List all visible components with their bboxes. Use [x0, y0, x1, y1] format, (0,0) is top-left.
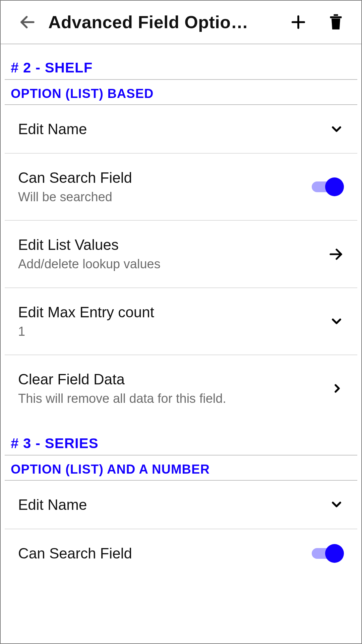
switch-thumb	[325, 177, 344, 196]
row-subtitle: Will be searched	[18, 189, 304, 205]
row-title: Edit Name	[18, 495, 306, 514]
arrow-right-icon	[328, 246, 344, 262]
app-bar: Advanced Field Optio…	[1, 1, 361, 44]
row-can-search-field[interactable]: Can Search Field Will be searched	[5, 154, 357, 221]
page-title: Advanced Field Optio…	[46, 12, 282, 32]
row-title: Edit Max Entry count	[18, 303, 306, 321]
row-edit-max-entry-count[interactable]: Edit Max Entry count 1	[5, 288, 357, 355]
row-title: Edit Name	[18, 120, 306, 138]
row-title: Can Search Field	[18, 168, 304, 187]
chevron-down-icon	[329, 122, 344, 137]
row-edit-name[interactable]: Edit Name	[5, 481, 357, 529]
trash-icon	[327, 13, 345, 31]
row-title: Clear Field Data	[18, 370, 306, 388]
row-edit-name[interactable]: Edit Name	[5, 105, 357, 154]
switch-thumb	[325, 544, 344, 563]
settings-list-shelf: Edit Name Can Search Field Will be searc…	[5, 105, 357, 422]
delete-button[interactable]	[327, 13, 345, 31]
row-subtitle: Add/delete lookup values	[18, 256, 306, 272]
back-button[interactable]	[17, 13, 38, 31]
section-subtype-series: OPTION (LIST) AND A NUMBER	[1, 455, 361, 480]
chevron-right-icon	[330, 382, 344, 395]
section-header-shelf: # 2 - SHELF	[1, 46, 361, 79]
row-clear-field-data[interactable]: Clear Field Data This will remove all da…	[5, 355, 357, 422]
section-header-series: # 3 - SERIES	[1, 422, 361, 455]
row-title: Edit List Values	[18, 235, 306, 254]
search-toggle[interactable]	[312, 544, 344, 563]
row-title: Can Search Field	[18, 544, 304, 562]
settings-list-series: Edit Name Can Search Field	[5, 481, 357, 566]
chevron-down-icon	[329, 314, 344, 329]
svg-rect-3	[330, 16, 342, 18]
search-toggle[interactable]	[312, 177, 344, 196]
chevron-down-icon	[329, 497, 344, 512]
add-button[interactable]	[290, 13, 307, 31]
arrow-left-icon	[18, 13, 37, 31]
section-subtype-shelf: OPTION (LIST) BASED	[1, 80, 361, 104]
row-subtitle: 1	[18, 323, 306, 340]
app-frame: Advanced Field Optio… # 2 - SHELF OPTION…	[0, 0, 362, 644]
row-subtitle: This will remove all data for this field…	[18, 390, 306, 407]
plus-icon	[290, 13, 307, 31]
app-bar-actions	[290, 13, 348, 31]
row-can-search-field[interactable]: Can Search Field	[5, 529, 357, 566]
svg-rect-4	[334, 14, 338, 16]
row-edit-list-values[interactable]: Edit List Values Add/delete lookup value…	[5, 221, 357, 288]
